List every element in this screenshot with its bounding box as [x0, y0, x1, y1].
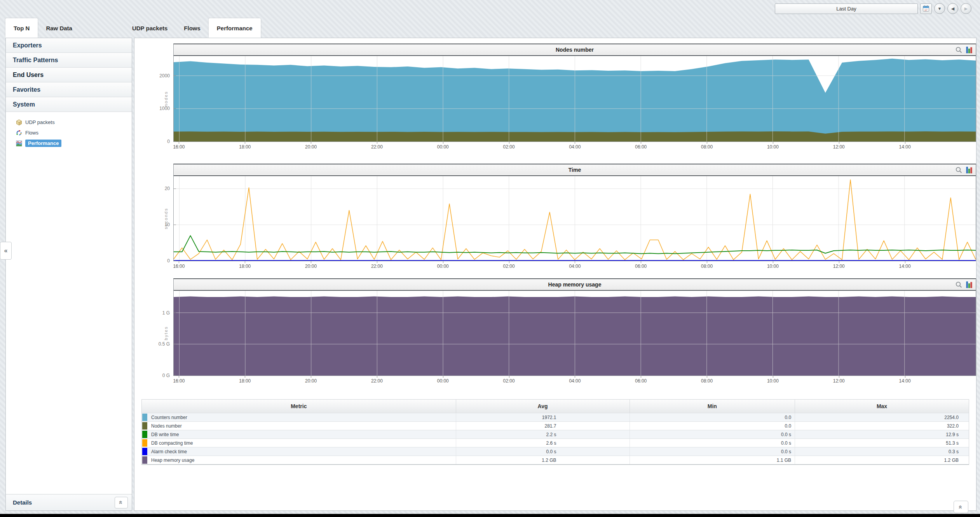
min-cell: 0.0 s: [630, 439, 795, 447]
chart-box: Nodes number010002000nodes: [173, 44, 976, 142]
sidebar-collapse-button[interactable]: «: [0, 242, 12, 260]
main-tabs: Top N Raw Data UDP packets Flows Perform…: [5, 18, 261, 38]
charts-host: Nodes number010002000nodes16:0018:0020:0…: [134, 44, 976, 385]
zoom-icon[interactable]: [955, 46, 963, 54]
zoom-icon[interactable]: [955, 166, 963, 174]
x-axis-tick-label: 18:00: [239, 264, 251, 269]
min-cell: 0.0 s: [630, 447, 795, 456]
x-axis-tick-label: 10:00: [767, 378, 779, 384]
bottom-edge-strip: [0, 514, 980, 517]
sidebar-item-traffic-patterns[interactable]: Traffic Patterns: [6, 53, 132, 68]
avg-cell: 1.2 GB: [456, 456, 630, 464]
metric-label: DB write time: [151, 432, 179, 437]
tab-flows[interactable]: Flows: [176, 18, 209, 38]
details-label: Details: [13, 499, 32, 506]
table-row: Nodes number281.70.0322.0: [142, 421, 969, 430]
table-row: Counters number1972.10.02254.0: [142, 413, 969, 421]
tab-top-n[interactable]: Top N: [5, 18, 38, 38]
col-header-metric[interactable]: Metric: [142, 400, 456, 413]
sidebar-item-exporters[interactable]: Exporters: [6, 38, 132, 53]
system-tree: UDP packets Flows Performance: [6, 112, 132, 151]
period-dropdown-button[interactable]: ▼: [934, 3, 945, 14]
x-axis-tick-label: 20:00: [305, 144, 317, 150]
sidebar-item-system[interactable]: System: [6, 97, 132, 112]
cube-icon: [16, 119, 22, 126]
y-axis-title: bytes: [164, 310, 168, 356]
sidebar-item-end-users[interactable]: End Users: [6, 68, 132, 82]
tab-udp-packets[interactable]: UDP packets: [124, 18, 176, 38]
chart-plot-area[interactable]: 010002000nodes: [174, 56, 976, 141]
chart-svg: [174, 176, 976, 261]
max-cell: 2254.0: [795, 413, 969, 421]
x-axis-tick-label: 08:00: [701, 144, 713, 150]
x-axis-tick-label: 10:00: [767, 264, 779, 269]
tab-performance[interactable]: Performance: [209, 18, 261, 38]
x-axis-tick-label: 02:00: [503, 378, 515, 384]
x-axis-tick-label: 00:00: [437, 144, 449, 150]
chart-header-icons: [955, 164, 973, 175]
axis-tick-marks: [174, 189, 176, 261]
x-axis-tick-label: 18:00: [239, 144, 251, 150]
metrics-table: Metric Avg Min Max Counters number1972.1…: [141, 399, 969, 465]
metric-label: Nodes number: [151, 423, 182, 429]
table-row: Alarm check time0.0 s0.0 s0.3 s: [142, 447, 969, 456]
col-header-max[interactable]: Max: [795, 400, 969, 413]
sidebar: Exporters Traffic Patterns End Users Fav…: [5, 38, 132, 511]
chart-plot-area[interactable]: 0 G0.5 G1 Gbytes: [174, 291, 976, 376]
x-axis-tick-label: 22:00: [371, 264, 383, 269]
chart-plot-area[interactable]: 01020seconds: [174, 176, 976, 261]
x-axis-tick-label: 20:00: [305, 264, 317, 269]
tab-spacer: [80, 18, 124, 38]
min-cell: 0.0: [630, 413, 795, 421]
arrow-left-icon: ◀: [951, 6, 954, 11]
x-axis-tick-label: 16:00: [173, 144, 185, 150]
details-bar[interactable]: Details «: [6, 494, 132, 510]
main-content-panel: Nodes number010002000nodes16:0018:0020:0…: [134, 38, 977, 511]
avg-cell: 0.0 s: [456, 447, 630, 456]
x-axis-tick-label: 12:00: [833, 264, 845, 269]
tree-item-udp-packets[interactable]: UDP packets: [16, 117, 132, 128]
gridlines: [174, 176, 976, 261]
tree-item-flows[interactable]: Flows: [16, 128, 132, 138]
zoom-icon[interactable]: [955, 281, 963, 288]
tab-label: Top N: [14, 25, 30, 31]
previous-period-button[interactable]: ◀: [947, 3, 958, 14]
x-axis-tick-label: 10:00: [767, 144, 779, 150]
sidebar-item-favorites[interactable]: Favorites: [6, 82, 132, 97]
y-axis-title: seconds: [164, 195, 168, 242]
metric-cell: Nodes number: [142, 422, 456, 430]
metrics-table-header: Metric Avg Min Max: [142, 400, 969, 413]
chart-type-icon[interactable]: [966, 166, 973, 174]
performance-chart-icon: [16, 140, 22, 147]
chart-module-3: Heap memory usage0 G0.5 G1 Gbytes16:0018…: [173, 278, 976, 385]
x-axis-tick-label: 04:00: [569, 264, 581, 269]
chart-module-2: Time01020seconds16:0018:0020:0022:0000:0…: [173, 164, 976, 271]
calendar-icon: 17: [922, 5, 929, 12]
col-header-avg[interactable]: Avg: [456, 400, 630, 413]
x-axis-tick-label: 00:00: [437, 378, 449, 384]
max-cell: 12.9 s: [795, 430, 969, 438]
x-axis-tick-label: 18:00: [239, 378, 251, 384]
flows-icon: [16, 130, 22, 136]
tab-raw-data[interactable]: Raw Data: [38, 18, 80, 38]
tree-item-performance[interactable]: Performance: [16, 138, 132, 148]
time-period-toolbar: Last Day 17 ▼ ◀ ▶: [775, 3, 971, 14]
x-axis-tick-label: 02:00: [503, 264, 515, 269]
col-header-min[interactable]: Min: [630, 400, 795, 413]
chart-title: Heap memory usage: [548, 281, 602, 288]
chart-type-icon[interactable]: [966, 46, 973, 54]
chart-box: Heap memory usage0 G0.5 G1 Gbytes: [173, 278, 976, 376]
tree-item-label: UDP packets: [25, 119, 55, 125]
x-axis-tick-label: 14:00: [899, 144, 911, 150]
calendar-button[interactable]: 17: [920, 3, 932, 14]
chart-type-icon[interactable]: [966, 281, 973, 288]
x-axis-tick-label: 04:00: [569, 378, 581, 384]
collapse-details-panel-button[interactable]: «: [954, 501, 968, 513]
next-period-button[interactable]: ▶: [961, 3, 971, 14]
avg-cell: 2.2 s: [456, 430, 630, 438]
tree-item-label: Flows: [25, 130, 38, 136]
details-expand-button[interactable]: «: [115, 497, 128, 508]
tree-item-label: Performance: [25, 140, 61, 147]
time-period-select[interactable]: Last Day: [775, 3, 918, 14]
table-row: DB write time2.2 s0.0 s12.9 s: [142, 430, 969, 438]
